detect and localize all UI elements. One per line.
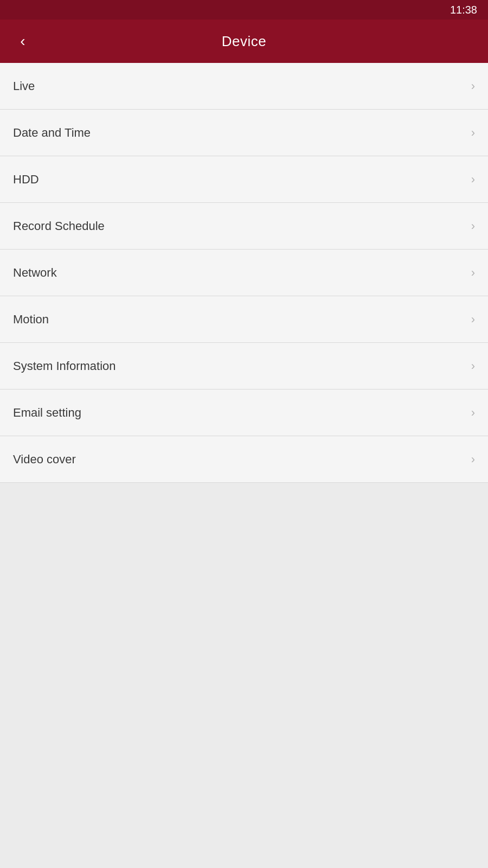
menu-list: Live›Date and Time›HDD›Record Schedule›N… bbox=[0, 63, 488, 483]
menu-item-label-video-cover: Video cover bbox=[13, 452, 76, 467]
chevron-right-icon-email-setting: › bbox=[471, 406, 475, 420]
menu-item-system-information[interactable]: System Information› bbox=[0, 343, 488, 390]
chevron-right-icon-motion: › bbox=[471, 312, 475, 327]
status-bar: 11:38 bbox=[0, 0, 488, 20]
menu-item-hdd[interactable]: HDD› bbox=[0, 156, 488, 203]
chevron-right-icon-live: › bbox=[471, 79, 475, 93]
menu-item-label-system-information: System Information bbox=[13, 359, 116, 373]
header: ‹ Device bbox=[0, 20, 488, 63]
menu-item-label-motion: Motion bbox=[13, 312, 49, 327]
menu-item-label-hdd: HDD bbox=[13, 173, 39, 187]
menu-item-email-setting[interactable]: Email setting› bbox=[0, 390, 488, 436]
page-title: Device bbox=[222, 33, 266, 50]
menu-item-label-date-and-time: Date and Time bbox=[13, 126, 91, 140]
menu-item-live[interactable]: Live› bbox=[0, 63, 488, 110]
chevron-right-icon-video-cover: › bbox=[471, 452, 475, 467]
back-button[interactable]: ‹ bbox=[11, 29, 35, 53]
back-icon: ‹ bbox=[20, 33, 25, 50]
menu-item-network[interactable]: Network› bbox=[0, 250, 488, 296]
chevron-right-icon-record-schedule: › bbox=[471, 219, 475, 233]
menu-item-label-record-schedule: Record Schedule bbox=[13, 219, 105, 233]
status-time: 11:38 bbox=[450, 4, 477, 16]
chevron-right-icon-date-and-time: › bbox=[471, 126, 475, 140]
empty-area bbox=[0, 483, 488, 868]
chevron-right-icon-hdd: › bbox=[471, 173, 475, 187]
menu-item-video-cover[interactable]: Video cover› bbox=[0, 436, 488, 483]
menu-item-date-and-time[interactable]: Date and Time› bbox=[0, 110, 488, 156]
menu-item-label-email-setting: Email setting bbox=[13, 406, 81, 420]
menu-item-record-schedule[interactable]: Record Schedule› bbox=[0, 203, 488, 250]
menu-item-motion[interactable]: Motion› bbox=[0, 296, 488, 343]
menu-item-label-network: Network bbox=[13, 266, 57, 280]
chevron-right-icon-network: › bbox=[471, 266, 475, 280]
menu-item-label-live: Live bbox=[13, 79, 35, 93]
chevron-right-icon-system-information: › bbox=[471, 359, 475, 373]
